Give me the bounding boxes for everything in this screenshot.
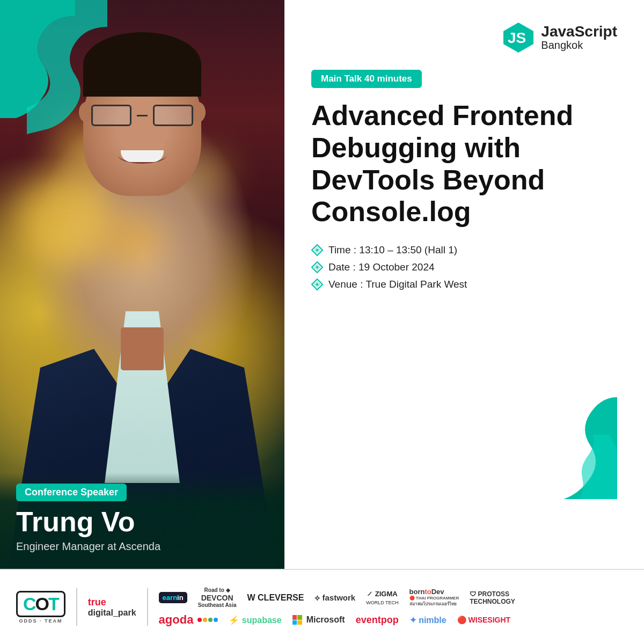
footer-divider-2 — [147, 588, 148, 626]
detail-venue: Venue : True Digital Park West — [311, 279, 617, 290]
talk-badge: Main Talk 40 minutes — [311, 70, 422, 88]
sponsors-grid: earnin Road to ◆ DEVCON Southeast Asia W… — [159, 587, 628, 627]
js-bangkok-logo: JS JavaScript Bangkok — [311, 21, 617, 54]
svg-point-3 — [316, 283, 318, 286]
date-icon — [311, 261, 323, 273]
sponsor-zigma: ⟋ ZIGMAWORLD TECH — [366, 590, 398, 606]
teal-decoration-br — [494, 354, 617, 499]
svg-point-2 — [316, 266, 318, 268]
sponsor-fastwork: ⟡ fastwork — [314, 593, 355, 603]
right-panel: JS JavaScript Bangkok Main Talk 40 minut… — [284, 0, 644, 569]
js-logo-line1: JavaScript — [541, 24, 617, 39]
tdp-true: true — [88, 597, 136, 608]
sponsor-agoda: agoda — [159, 613, 218, 627]
sponsor-earnin: earnin — [159, 592, 187, 603]
js-logo-icon: JS — [502, 21, 535, 54]
speaker-name: Trung Vo — [16, 507, 268, 537]
svg-text:JS: JS — [508, 30, 526, 46]
detail-time: Time : 13:10 – 13:50 (Hall 1) — [311, 244, 617, 256]
sf-decoration-top-left — [0, 0, 107, 134]
time-icon — [311, 244, 323, 256]
tdp-digital: digital_park — [88, 608, 136, 618]
sponsor-row-2: agoda ⚡ supabase M — [159, 613, 628, 627]
cot-logo-container: COT ODDS · TEAM — [16, 591, 65, 624]
sponsor-row-1: earnin Road to ◆ DEVCON Southeast Asia W… — [159, 587, 628, 609]
speaker-title: Engineer Manager at Ascenda — [16, 540, 268, 553]
sponsor-eventpop: eventpop — [356, 614, 399, 626]
sponsor-borntodev: borntoDev 🔴 THAI PROGRAMMER สมาคมโปรแกรม… — [409, 588, 459, 608]
js-logo-line2: Bangkok — [541, 39, 617, 52]
sponsor-cleverse: W CLEVERSE — [247, 593, 304, 603]
sponsor-nimble: ✦ nimble — [409, 615, 447, 625]
svg-point-1 — [316, 249, 318, 251]
sponsor-road-to-devcon: Road to ◆ DEVCON Southeast Asia — [198, 587, 237, 609]
speaker-info: Conference Speaker Trung Vo Engineer Man… — [0, 473, 284, 569]
cot-subtext: ODDS · TEAM — [16, 618, 65, 624]
detail-date: Date : 19 October 2024 — [311, 261, 617, 273]
sponsor-supabase: ⚡ supabase — [229, 615, 281, 625]
venue-icon — [311, 279, 323, 290]
event-details: Time : 13:10 – 13:50 (Hall 1) Date : 19 … — [311, 244, 617, 290]
footer: COT ODDS · TEAM true digital_park earnin… — [0, 569, 644, 644]
left-panel: Conference Speaker Trung Vo Engineer Man… — [0, 0, 284, 569]
conference-speaker-label: Conference Speaker — [16, 484, 127, 501]
sponsor-microsoft: Microsoft — [292, 615, 345, 625]
true-digital-park-logo: true digital_park — [88, 597, 136, 618]
sponsor-protoss: 🛡 PROTOSSTECHNOLOGY — [470, 590, 515, 605]
sponsor-wisesight: 🔴 WISESIGHT — [457, 616, 510, 624]
js-logo-text: JavaScript Bangkok — [541, 24, 617, 52]
talk-title: Advanced Frontend Debugging with DevTool… — [311, 100, 617, 228]
cot-logo: COT — [16, 591, 65, 617]
footer-divider-1 — [76, 588, 77, 626]
